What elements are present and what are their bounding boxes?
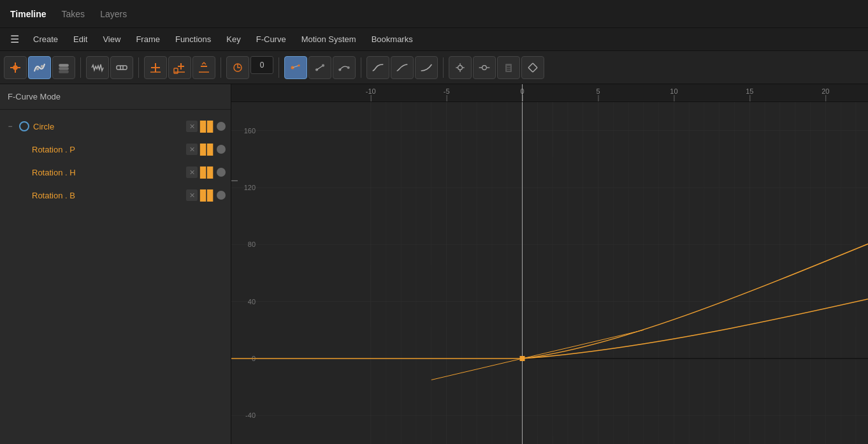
tool-group-waveform [86, 56, 133, 79]
track-row-rotation-p[interactable]: Rotation . P ✕ ▊▊ [0, 138, 231, 161]
interp-ease-in-button[interactable] [415, 56, 438, 79]
tab-layers[interactable]: Layers [100, 6, 127, 22]
title-bar: Timeline Takes Layers [0, 0, 868, 28]
record-button[interactable] [497, 56, 520, 79]
menu-motion-system[interactable]: Motion System [295, 32, 363, 47]
tool-group-add-key [144, 56, 215, 79]
left-panel: F-Curve Mode − Circle ✕ ▊▊ Rotation . P … [0, 84, 231, 444]
key-mode-button[interactable] [110, 56, 133, 79]
menu-bar: ☰ Create Edit View Frame Functions Key F… [0, 28, 868, 51]
record-dot-h-icon[interactable] [217, 168, 226, 177]
rotation-b-label: Rotation . B [32, 191, 182, 200]
expand-circle-button[interactable]: − [5, 121, 15, 131]
keyframe-b-icon[interactable]: ▊▊ [200, 189, 214, 202]
delete-key-button[interactable] [192, 56, 215, 79]
svg-line-39 [528, 63, 533, 68]
record-dot-b-icon[interactable] [217, 191, 226, 200]
interp-ease-button[interactable] [366, 56, 389, 79]
keyframe-p-icon[interactable]: ▊▊ [200, 144, 214, 156]
svg-point-27 [458, 65, 463, 70]
circle-track-label: Circle [33, 122, 182, 131]
fcurve-mode-header: F-Curve Mode [0, 84, 231, 110]
record-dot-p-icon[interactable] [217, 145, 226, 154]
grid-area[interactable] [231, 102, 868, 444]
svg-line-40 [533, 63, 537, 68]
menu-frame[interactable]: Frame [129, 32, 166, 47]
track-row-circle[interactable]: − Circle ✕ ▊▊ [0, 115, 231, 138]
add-key-button[interactable] [144, 56, 167, 79]
menu-functions[interactable]: Functions [169, 32, 217, 47]
snap-keys-button[interactable] [449, 56, 472, 79]
rotation-h-label: Rotation . H [32, 168, 182, 177]
svg-point-26 [347, 66, 350, 68]
svg-point-21 [298, 64, 300, 66]
svg-rect-3 [59, 64, 68, 66]
toolbar-sep-1 [80, 57, 81, 78]
mute-icon[interactable]: ✕ [186, 121, 198, 132]
main-layout: F-Curve Mode − Circle ✕ ▊▊ Rotation . P … [0, 84, 868, 444]
tool-group-tangent [284, 56, 356, 79]
move-tool-button[interactable] [4, 56, 27, 79]
svg-point-2 [41, 65, 43, 67]
add-selection-key-button[interactable] [168, 56, 191, 79]
ruler [231, 84, 868, 102]
frame-number-display[interactable]: 0 [250, 56, 273, 74]
svg-rect-37 [507, 68, 510, 69]
tool-group-interp [366, 56, 438, 79]
mute-p-icon[interactable]: ✕ [186, 144, 198, 155]
tab-takes[interactable]: Takes [62, 6, 85, 22]
svg-point-1 [37, 68, 39, 70]
mute-b-icon[interactable]: ✕ [186, 189, 198, 201]
circle-track-icon [19, 121, 29, 131]
timeline-area [231, 84, 868, 444]
interp-linear-button[interactable] [391, 56, 414, 79]
keyframe-icon[interactable]: ▊▊ [200, 121, 214, 133]
ruler-canvas [231, 84, 868, 101]
toolbar-sep-6 [443, 57, 444, 78]
menu-view[interactable]: View [96, 32, 127, 47]
menu-create[interactable]: Create [27, 32, 64, 47]
fcurve-mode-label: F-Curve Mode [8, 92, 61, 101]
tab-timeline[interactable]: Timeline [10, 6, 47, 22]
menu-fcurve[interactable]: F-Curve [250, 32, 293, 47]
svg-rect-6 [117, 66, 127, 70]
toolbar-sep-2 [138, 57, 139, 78]
svg-point-0 [13, 66, 17, 70]
keyframe-h-icon[interactable]: ▊▊ [200, 166, 214, 179]
fcurve-canvas[interactable] [231, 102, 868, 444]
tangent-linear-button[interactable] [308, 56, 331, 79]
tangent-bezier-button[interactable] [333, 56, 356, 79]
svg-rect-15 [174, 68, 178, 73]
tool-group-rotation: 0 [226, 56, 273, 79]
menu-edit[interactable]: Edit [67, 32, 94, 47]
rotation-p-label: Rotation . P [32, 145, 182, 154]
rotation-b-icons: ✕ ▊▊ [186, 189, 226, 202]
rotation-button[interactable] [226, 56, 249, 79]
svg-rect-36 [507, 66, 510, 67]
track-row-rotation-b[interactable]: Rotation . B ✕ ▊▊ [0, 184, 231, 207]
record-dot-icon[interactable] [217, 122, 226, 131]
svg-line-42 [533, 68, 537, 72]
toolbar-sep-4 [278, 57, 279, 78]
waveform-button[interactable] [86, 56, 109, 79]
mute-h-icon[interactable]: ✕ [186, 166, 198, 178]
track-list: − Circle ✕ ▊▊ Rotation . P ✕ ▊▊ [0, 110, 231, 207]
svg-line-41 [528, 68, 533, 72]
svg-rect-5 [59, 71, 68, 73]
tool-group-snap [449, 56, 544, 79]
dope-sheet-button[interactable] [52, 56, 75, 79]
menu-bookmarks[interactable]: Bookmarks [365, 32, 419, 47]
fcurve-tool-button[interactable] [28, 56, 51, 79]
snap-timeline-button[interactable] [473, 56, 496, 79]
tangent-auto-button[interactable] [284, 56, 307, 79]
svg-rect-38 [507, 70, 510, 71]
hamburger-menu-button[interactable]: ☰ [5, 31, 24, 48]
menu-key[interactable]: Key [220, 32, 247, 47]
svg-point-24 [322, 64, 324, 66]
toolbar-sep-5 [361, 57, 361, 78]
motion-clip-button[interactable] [521, 56, 544, 79]
tool-group-1 [4, 56, 75, 79]
track-row-rotation-h[interactable]: Rotation . H ✕ ▊▊ [0, 161, 231, 184]
rotation-h-icons: ✕ ▊▊ [186, 166, 226, 179]
toolbar-sep-3 [221, 57, 221, 78]
